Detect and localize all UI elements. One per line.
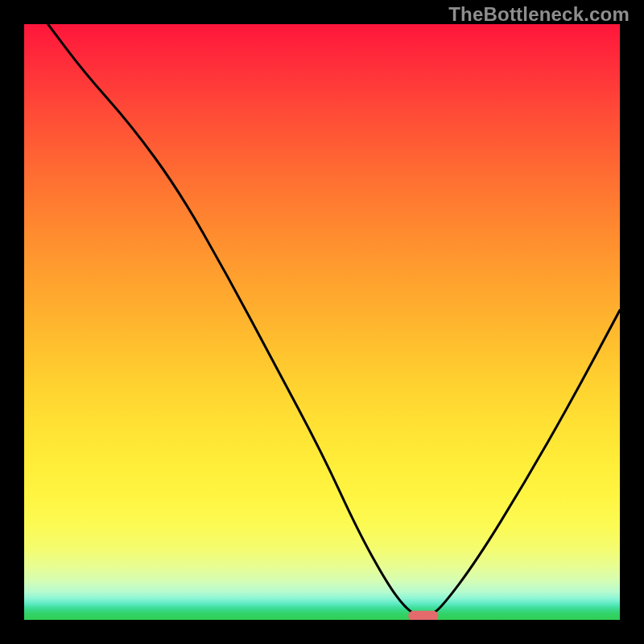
optimum-marker — [24, 24, 620, 620]
svg-rect-0 — [408, 611, 438, 620]
watermark-text: TheBottleneck.com — [448, 3, 630, 26]
plot-area — [24, 24, 620, 620]
chart-frame: TheBottleneck.com — [0, 0, 644, 644]
